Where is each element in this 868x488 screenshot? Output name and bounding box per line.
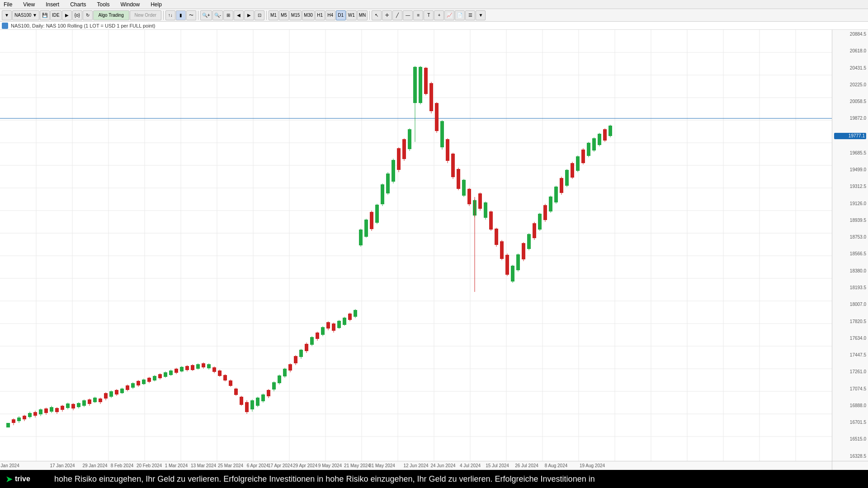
price-16888: 16888.0 <box>834 403 866 408</box>
zoom-group: 🔍+ 🔍- ⊞ ◀ ▶ ⊡ <box>200 10 264 20</box>
ticker-logo: ➤ trive <box>0 470 54 488</box>
fib-tool-btn[interactable]: ≡ <box>413 10 423 20</box>
menu-insert[interactable]: Insert <box>44 1 61 8</box>
svg-rect-68 <box>77 403 80 407</box>
menu-tools[interactable]: Tools <box>95 1 112 8</box>
symbol-dropdown[interactable]: NAS100 ▼ <box>12 10 39 20</box>
menu-help[interactable]: Help <box>149 1 164 8</box>
time-20feb: 20 Feb 2024 <box>137 463 162 468</box>
tf-m1[interactable]: M1 <box>269 10 278 20</box>
cursor-btn[interactable]: ↖ <box>372 10 382 20</box>
algo-trading-btn[interactable]: Algo Trading <box>93 10 129 20</box>
chart-info-bar: NAS100, Daily: NAS 100 Rolling (1 LOT = … <box>0 22 868 30</box>
sep4 <box>369 11 370 20</box>
svg-rect-142 <box>278 375 281 383</box>
text-tool-btn[interactable]: T <box>424 10 434 20</box>
sep1 <box>163 11 164 20</box>
time-29apr: 29 Apr 2024 <box>293 463 317 468</box>
menu-view[interactable]: View <box>21 1 37 8</box>
new-order-btn[interactable]: New Order <box>130 10 161 20</box>
tf-m30[interactable]: M30 <box>302 10 314 20</box>
svg-rect-100 <box>164 372 167 377</box>
svg-rect-249 <box>565 170 569 186</box>
svg-rect-122 <box>223 375 227 380</box>
scroll-right-btn[interactable]: ▶ <box>244 10 254 20</box>
svg-rect-224 <box>500 241 504 259</box>
svg-rect-162 <box>332 324 335 331</box>
sep3 <box>266 11 267 20</box>
svg-rect-178 <box>375 205 379 223</box>
svg-rect-116 <box>207 364 211 368</box>
new-chart-btn[interactable]: ▼ <box>2 10 12 20</box>
svg-rect-184 <box>392 160 395 182</box>
settings-btn[interactable]: {o} <box>72 10 82 20</box>
svg-rect-88 <box>131 383 135 388</box>
price-17820: 17820.5 <box>834 319 866 324</box>
zoom-out-btn[interactable]: 🔍- <box>212 10 223 20</box>
candle-chart-btn[interactable]: ▮ <box>176 10 186 20</box>
hline-tool-btn[interactable]: — <box>403 10 413 20</box>
time-21may: 21 May 2024 <box>344 463 370 468</box>
tf-m15[interactable]: M15 <box>289 10 302 20</box>
svg-rect-54 <box>39 409 42 414</box>
objects-btn[interactable]: ☰ <box>465 10 475 20</box>
refresh-btn[interactable]: ↻ <box>83 10 93 20</box>
svg-rect-98 <box>158 374 162 378</box>
chart-type-group: ↑↓ ▮ 〜 <box>165 10 196 20</box>
ticker-scroll-container: hohe Risiko einzugehen, Ihr Geld zu verl… <box>54 474 868 484</box>
tf-m5[interactable]: M5 <box>279 10 289 20</box>
auto-scroll-btn[interactable]: ⊡ <box>255 10 264 20</box>
price-17447: 17447.5 <box>834 352 866 358</box>
svg-rect-56 <box>44 408 48 413</box>
tf-w1[interactable]: W1 <box>346 10 357 20</box>
save-btn[interactable]: 💾 <box>40 10 50 20</box>
svg-rect-126 <box>234 389 238 395</box>
svg-rect-58 <box>50 407 53 412</box>
tf-h4[interactable]: H4 <box>326 10 335 20</box>
more-btn[interactable]: ▼ <box>476 10 486 20</box>
price-16328: 16328.5 <box>834 454 866 459</box>
price-18939: 18939.5 <box>834 218 866 223</box>
svg-rect-156 <box>316 333 319 339</box>
svg-rect-208 <box>457 169 460 189</box>
tf-d1[interactable]: D1 <box>336 10 346 20</box>
indicator-btn[interactable]: 📈 <box>444 10 454 20</box>
svg-rect-253 <box>576 156 580 171</box>
crosshair-btn[interactable]: ✛ <box>382 10 392 20</box>
menu-charts[interactable]: Charts <box>68 1 88 8</box>
svg-rect-124 <box>229 380 232 386</box>
bar-chart-btn[interactable]: ↑↓ <box>165 10 175 20</box>
tf-h1[interactable]: H1 <box>315 10 325 20</box>
compile-btn[interactable]: ▶ <box>62 10 72 20</box>
svg-rect-263 <box>603 129 607 141</box>
zoom-in-btn[interactable]: 🔍+ <box>200 10 212 20</box>
svg-rect-186 <box>397 148 401 170</box>
svg-rect-158 <box>321 327 325 335</box>
svg-rect-196 <box>424 68 428 94</box>
price-current: 19777.1 <box>834 133 866 139</box>
svg-rect-174 <box>364 220 368 237</box>
4grid-btn[interactable]: ⊞ <box>223 10 233 20</box>
svg-rect-247 <box>560 178 563 193</box>
svg-rect-42 <box>6 423 10 427</box>
svg-rect-48 <box>23 416 26 419</box>
line-tool-btn[interactable]: ╱ <box>392 10 402 20</box>
chart-canvas[interactable] <box>0 30 832 461</box>
svg-rect-128 <box>240 397 243 405</box>
tf-mn[interactable]: MN <box>357 10 368 20</box>
svg-rect-204 <box>446 139 449 161</box>
line-chart-btn[interactable]: 〜 <box>186 10 196 20</box>
menu-window[interactable]: Window <box>119 1 142 8</box>
ide-btn[interactable]: IDE <box>50 10 61 20</box>
template-btn[interactable]: 📄 <box>455 10 465 20</box>
add-btn[interactable]: + <box>434 10 444 20</box>
svg-rect-60 <box>55 408 59 412</box>
time-1mar: 1 Mar 2024 <box>165 463 188 468</box>
chart-main: 20884.5 20618.0 20431.5 20225.0 20058.5 … <box>0 30 868 461</box>
svg-rect-148 <box>294 356 297 363</box>
svg-rect-114 <box>202 363 205 367</box>
svg-rect-110 <box>191 365 194 370</box>
menu-file[interactable]: File <box>2 1 14 8</box>
price-19126: 19126.0 <box>834 201 866 206</box>
scroll-left-btn[interactable]: ◀ <box>234 10 244 20</box>
